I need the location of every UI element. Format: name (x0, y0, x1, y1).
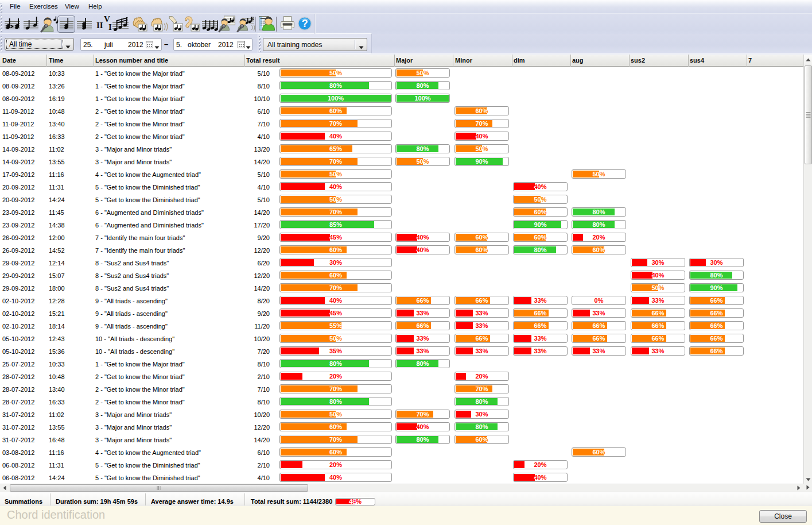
svg-text:?: ? (302, 18, 308, 29)
svg-text:II: II (96, 21, 103, 30)
svg-text:I: I (108, 22, 112, 32)
